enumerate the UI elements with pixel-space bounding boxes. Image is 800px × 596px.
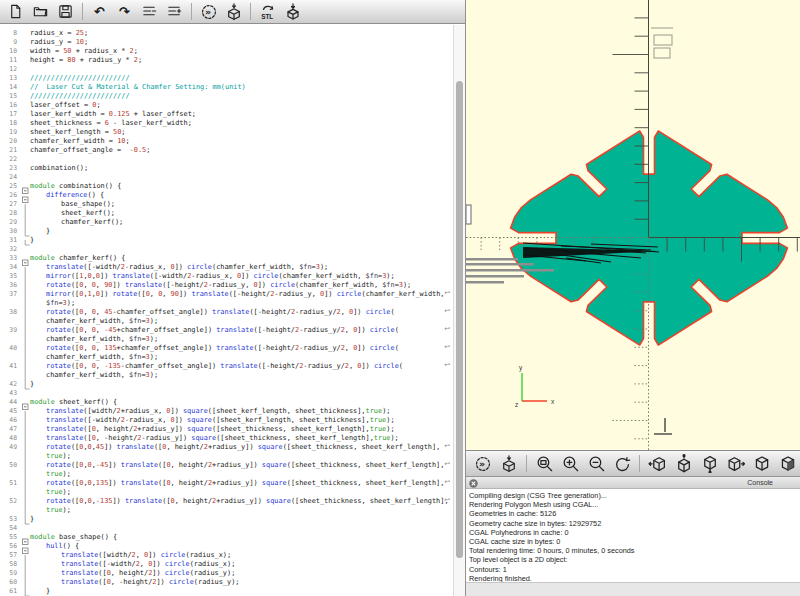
view-bottom-button[interactable] xyxy=(696,453,722,475)
code-editor[interactable]: 8radius_x = 25;9radius_y = 10;10width = … xyxy=(0,25,465,596)
render-button[interactable] xyxy=(221,1,246,22)
unindent-button[interactable] xyxy=(137,1,162,22)
console-close-icon[interactable] xyxy=(469,479,478,488)
code-row-8[interactable]: 8radius_x = 25; xyxy=(0,28,453,37)
export-stl-button[interactable]: STL xyxy=(255,1,280,22)
fold-toggle-icon[interactable] xyxy=(21,190,31,199)
code-row-52[interactable]: 52rotate([0,0,-135]) translate([0, heigh… xyxy=(0,496,453,505)
code-row-54[interactable]: 54 xyxy=(0,523,453,532)
code-row-27[interactable]: 27base_shape(); xyxy=(0,199,453,208)
code-row-wrap[interactable]: true); xyxy=(0,505,453,514)
view-diagonal-button[interactable] xyxy=(748,453,774,475)
code-row-61[interactable]: 61} xyxy=(0,586,453,595)
save-file-button[interactable] xyxy=(53,1,78,22)
fold-toggle-icon[interactable] xyxy=(21,541,31,550)
view-center-button[interactable] xyxy=(774,453,800,475)
code-row-38[interactable]: 38rotate([0, 0, 45-chamfer_offset_angle]… xyxy=(0,307,453,316)
code-row-55[interactable]: 55module base_shape() { xyxy=(0,532,453,541)
editor-scrollbar[interactable] xyxy=(453,25,465,596)
view-right-button[interactable] xyxy=(644,453,670,475)
code-row-50[interactable]: 50rotate([0,0,-45]) translate([0, height… xyxy=(0,460,453,469)
code-row-14[interactable]: 14// Laser Cut & Material & Chamfer Sett… xyxy=(0,82,453,91)
render-button[interactable] xyxy=(496,453,522,475)
code-row-13[interactable]: 13//////////////////////// xyxy=(0,73,453,82)
code-row-wrap[interactable]: $fn=3); xyxy=(0,298,453,307)
code-row-34[interactable]: 34translate([-width/2-radius_x, 0]) circ… xyxy=(0,262,453,271)
code-row-57[interactable]: 57translate([width/2, 0]) circle(radius_… xyxy=(0,550,453,559)
preview-button[interactable]: » xyxy=(196,1,221,22)
code-row-49[interactable]: 49rotate([0,0,45]) translate([0, height/… xyxy=(0,442,453,451)
code-row-47[interactable]: 47translate([0, height/2+radius_y]) squa… xyxy=(0,424,453,433)
code-row-19[interactable]: 19sheet_kerf_length = 50; xyxy=(0,127,453,136)
line-number: 56 xyxy=(0,542,17,550)
open-file-button[interactable] xyxy=(28,1,53,22)
code-row-45[interactable]: 45translate([width/2+radius_x, 0]) squar… xyxy=(0,406,453,415)
code-row-23[interactable]: 23combination(); xyxy=(0,163,453,172)
zoom-all-button[interactable] xyxy=(531,453,557,475)
code-row-31[interactable]: 31} xyxy=(0,235,453,244)
fold-guide xyxy=(21,550,31,559)
export-image-button[interactable] xyxy=(280,1,305,22)
code-row-59[interactable]: 59translate([0, height/2]) circle(radius… xyxy=(0,568,453,577)
code-row-24[interactable]: 24 xyxy=(0,172,453,181)
code-row-17[interactable]: 17laser_kerf_width = 0.125 + laser_offse… xyxy=(0,109,453,118)
code-row-53[interactable]: 53} xyxy=(0,514,453,523)
indent-button[interactable] xyxy=(162,1,187,22)
code-row-11[interactable]: 11height = 80 + radius_y * 2; xyxy=(0,55,453,64)
code-row-58[interactable]: 58translate([-width/2, 0]) circle(radius… xyxy=(0,559,453,568)
code-row-15[interactable]: 15//////////////////////// xyxy=(0,91,453,100)
console-message: Contours: 1 xyxy=(469,565,800,574)
code-row-wrap[interactable]: true); xyxy=(0,451,453,460)
code-row-wrap[interactable]: chamfer_kerf_width, $fn=3); xyxy=(0,352,453,361)
code-row-12[interactable]: 12 xyxy=(0,64,453,73)
code-rows[interactable]: 8radius_x = 25;9radius_y = 10;10width = … xyxy=(0,28,453,595)
fold-guide xyxy=(21,352,31,361)
new-file-button[interactable] xyxy=(3,1,28,22)
code-row-48[interactable]: 48translate([0, -height/2-radius_y]) squ… xyxy=(0,433,453,442)
code-row-wrap[interactable]: chamfer_kerf_width, $fn=3); xyxy=(0,316,453,325)
code-row-30[interactable]: 30} xyxy=(0,226,453,235)
code-row-10[interactable]: 10width = 50 + radius_x * 2; xyxy=(0,46,453,55)
view-left-button[interactable] xyxy=(722,453,748,475)
code-row-32[interactable]: 32 xyxy=(0,244,453,253)
code-row-37[interactable]: 37mirror([0,1,0]) rotate([0, 0, 90]) tra… xyxy=(0,289,453,298)
code-row-21[interactable]: 21chamfer_offset_angle = -0.5; xyxy=(0,145,453,154)
code-row-wrap[interactable]: true); xyxy=(0,487,453,496)
code-row-42[interactable]: 42} xyxy=(0,379,453,388)
code-row-36[interactable]: 36rotate([0, 0, 90]) translate([-height/… xyxy=(0,280,453,289)
code-row-wrap[interactable]: chamfer_kerf_width, $fn=3); xyxy=(0,370,453,379)
code-row-28[interactable]: 28sheet_kerf(); xyxy=(0,208,453,217)
code-row-51[interactable]: 51rotate([0,0,135]) translate([0, height… xyxy=(0,478,453,487)
code-row-16[interactable]: 16laser_offset = 0; xyxy=(0,100,453,109)
viewport-canvas[interactable]: yxz xyxy=(466,0,800,450)
code-row-46[interactable]: 46translate([-width/2-radius_x, 0]) squa… xyxy=(0,415,453,424)
reset-view-button[interactable] xyxy=(609,453,635,475)
zoom-in-button[interactable] xyxy=(557,453,583,475)
code-row-20[interactable]: 20chamfer_kerf_width = 10; xyxy=(0,136,453,145)
code-row-wrap[interactable]: true); xyxy=(0,469,453,478)
zoom-out-button[interactable] xyxy=(583,453,609,475)
code-row-25[interactable]: 25module combination() { xyxy=(0,181,453,190)
view-top-button[interactable] xyxy=(670,453,696,475)
preview-button[interactable]: » xyxy=(470,453,496,475)
editor-scrollbar-thumb[interactable] xyxy=(456,81,463,558)
redo-button[interactable]: ↷ xyxy=(112,1,137,22)
code-row-44[interactable]: 44module sheet_kerf() { xyxy=(0,397,453,406)
code-row-9[interactable]: 9radius_y = 10; xyxy=(0,37,453,46)
console-log[interactable]: Compiling design (CSG Tree generation)..… xyxy=(466,489,800,582)
code-row-18[interactable]: 18sheet_thickness = 6 - laser_kerf_width… xyxy=(0,118,453,127)
code-row-29[interactable]: 29chamfer_kerf(); xyxy=(0,217,453,226)
code-row-39[interactable]: 39rotate([0, 0, -45+chamfer_offset_angle… xyxy=(0,325,453,334)
code-row-wrap[interactable]: chamfer_kerf_width, $fn=3); xyxy=(0,334,453,343)
code-row-33[interactable]: 33module chamfer_kerf() { xyxy=(0,253,453,262)
code-row-22[interactable]: 22 xyxy=(0,154,453,163)
code-row-40[interactable]: 40rotate([0, 0, 135+chamfer_offset_angle… xyxy=(0,343,453,352)
code-row-43[interactable]: 43 xyxy=(0,388,453,397)
code-row-60[interactable]: 60translate([0, -height/2]) circle(radiu… xyxy=(0,577,453,586)
code-row-35[interactable]: 35mirror([1,0,0]) translate([-width/2-ra… xyxy=(0,271,453,280)
code-row-26[interactable]: 26difference() { xyxy=(0,190,453,199)
code-row-56[interactable]: 56hull() { xyxy=(0,541,453,550)
view-left-icon xyxy=(726,454,745,473)
undo-button[interactable]: ↶ xyxy=(87,1,112,22)
code-row-41[interactable]: 41rotate([0, 0, -135-chamfer_offset_angl… xyxy=(0,361,453,370)
